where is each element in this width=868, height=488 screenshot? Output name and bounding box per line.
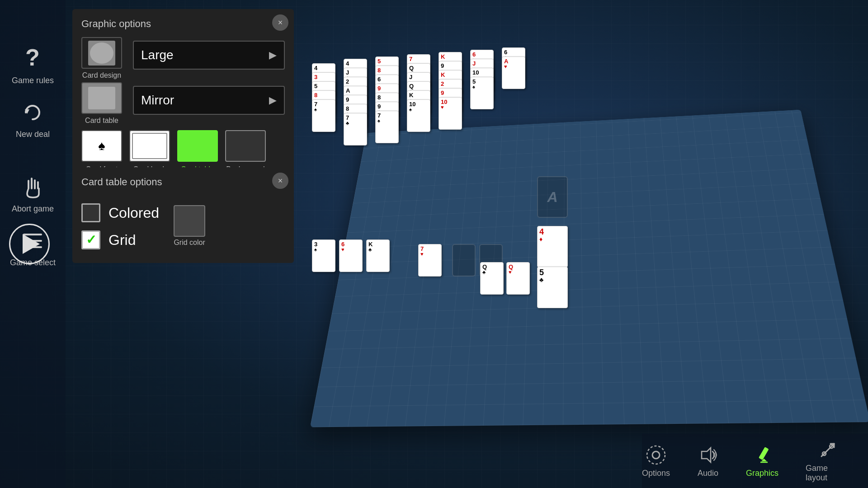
playing-card[interactable]: 7♥ bbox=[418, 244, 442, 277]
grid-color-label: Grid color bbox=[174, 239, 205, 247]
sidebar-item-abort-game[interactable]: Abort game bbox=[12, 174, 54, 214]
card-placeholder bbox=[452, 244, 476, 277]
game-layout-icon bbox=[817, 439, 839, 461]
sidebar-item-new-deal[interactable]: New deal bbox=[16, 99, 50, 139]
card-table-options-close-button[interactable]: × bbox=[272, 173, 288, 189]
toolbar-item-graphics[interactable]: Graphics bbox=[746, 444, 778, 478]
abort-game-label: Abort game bbox=[12, 204, 54, 214]
card-table-thumb bbox=[177, 130, 218, 162]
toolbar-item-game-layout[interactable]: Game layout bbox=[806, 439, 850, 483]
dropdown-arrow: ▶ bbox=[269, 49, 277, 61]
background-thumb bbox=[225, 130, 266, 162]
grid-color-swatch[interactable] bbox=[174, 205, 205, 237]
play-button[interactable] bbox=[9, 224, 50, 264]
grid-option-row: ✓ Grid bbox=[81, 230, 159, 249]
playing-card[interactable]: K♣ bbox=[366, 239, 390, 272]
svg-line-18 bbox=[821, 444, 834, 456]
graphics-icon bbox=[751, 444, 773, 466]
card-table-options-title: Card table options bbox=[81, 176, 285, 188]
graphics-label: Graphics bbox=[746, 469, 778, 478]
game-rules-label: Game rules bbox=[12, 76, 54, 85]
playing-card[interactable]: 7♠ bbox=[375, 111, 399, 143]
playing-card[interactable]: Q♣ bbox=[480, 262, 504, 295]
playing-card[interactable]: 5♠ bbox=[470, 77, 494, 109]
graphic-options-close-button[interactable]: × bbox=[272, 14, 288, 31]
playing-card[interactable]: A♥ bbox=[502, 56, 525, 89]
svg-rect-15 bbox=[759, 447, 769, 460]
playing-card[interactable]: Q♥ bbox=[506, 262, 530, 295]
svg-point-10 bbox=[647, 446, 665, 464]
sidebar-item-game-rules[interactable]: ? Game rules bbox=[12, 45, 54, 85]
card-design-thumb bbox=[81, 37, 122, 69]
card-table-options-panel: Card table options × Colored ✓ Grid Grid… bbox=[72, 167, 294, 263]
card-design-label: Card design bbox=[82, 71, 121, 80]
playing-card[interactable]: 10♠ bbox=[407, 99, 430, 132]
playing-card[interactable]: 3♠ bbox=[312, 239, 335, 272]
toolbar-item-options[interactable]: Options bbox=[642, 444, 670, 478]
svg-marker-11 bbox=[702, 448, 711, 462]
playing-card[interactable]: 6♥ bbox=[339, 239, 363, 272]
mirror-dropdown[interactable]: Mirror ▶ bbox=[133, 86, 285, 115]
refresh-icon bbox=[19, 99, 46, 126]
question-icon: ? bbox=[19, 45, 46, 72]
hand-icon bbox=[19, 174, 47, 201]
grid-color-section: Grid color bbox=[174, 203, 205, 247]
card-table-label: Card table bbox=[85, 117, 118, 125]
options-icon bbox=[645, 444, 667, 466]
toolbar-item-audio[interactable]: Audio bbox=[697, 444, 719, 478]
sidebar: ? Game rules New deal Abort ga bbox=[0, 0, 66, 488]
grid-checkbox[interactable]: ✓ bbox=[81, 230, 100, 249]
card-back-thumb bbox=[129, 130, 170, 162]
svg-point-9 bbox=[652, 451, 660, 459]
checkmark-icon: ✓ bbox=[86, 234, 96, 246]
colored-option-row: Colored bbox=[81, 203, 159, 222]
game-layout-label: Game layout bbox=[806, 464, 850, 483]
mirror-dropdown-arrow: ▶ bbox=[269, 94, 277, 106]
svg-text:?: ? bbox=[26, 47, 40, 70]
playing-card[interactable]: 4♦ bbox=[537, 226, 568, 267]
graphic-options-panel: Graphic options × Card design Large ▶ Ca… bbox=[72, 9, 294, 184]
playing-card[interactable]: 7♣ bbox=[344, 113, 367, 145]
colored-label: Colored bbox=[108, 205, 159, 221]
card-table-preview-thumb bbox=[81, 82, 122, 114]
card-placeholder-a: A bbox=[537, 176, 568, 218]
bottom-toolbar: Options Audio Graphics bbox=[642, 434, 868, 488]
audio-label: Audio bbox=[698, 469, 718, 478]
new-deal-label: New deal bbox=[16, 130, 50, 139]
playing-card[interactable]: 5♣ bbox=[537, 267, 568, 308]
cards-area: 4♥ 3♥ 5♠ 8♦ 7♠ 4♠ J♣ 2♠ A♠ 9♠ 8♣ 7♣ 5♦ 8… bbox=[285, 45, 854, 425]
playing-card[interactable]: 10♥ bbox=[439, 97, 462, 130]
grid-label: Grid bbox=[108, 232, 136, 249]
audio-icon bbox=[697, 444, 719, 466]
playing-card[interactable]: 7♠ bbox=[312, 99, 335, 132]
graphic-options-title: Graphic options bbox=[81, 18, 285, 30]
card-front-thumb: ♠ bbox=[81, 130, 122, 162]
card-size-dropdown[interactable]: Large ▶ bbox=[133, 41, 285, 70]
options-label: Options bbox=[642, 469, 670, 478]
colored-checkbox[interactable] bbox=[81, 203, 100, 222]
